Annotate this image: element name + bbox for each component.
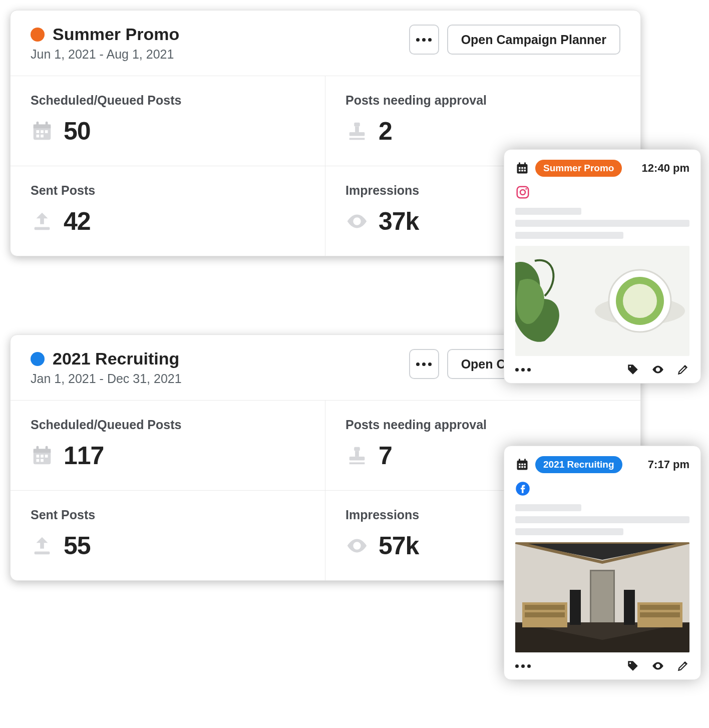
stat-value: 42 xyxy=(64,207,91,236)
eye-icon[interactable] xyxy=(651,659,664,672)
campaign-chip[interactable]: 2021 Recruiting xyxy=(535,456,622,473)
upload-icon xyxy=(31,534,54,557)
svg-rect-9 xyxy=(354,123,360,127)
stamp-icon xyxy=(345,444,369,467)
svg-rect-5 xyxy=(41,130,44,133)
stat-label: Scheduled/Queued Posts xyxy=(31,93,305,108)
facebook-icon xyxy=(515,481,530,496)
svg-rect-36 xyxy=(519,170,521,172)
svg-rect-23 xyxy=(41,459,44,462)
edit-icon[interactable] xyxy=(676,363,689,376)
post-text-placeholder xyxy=(515,504,689,535)
eye-icon[interactable] xyxy=(651,363,664,376)
svg-rect-19 xyxy=(37,455,40,458)
stat-label: Sent Posts xyxy=(31,508,305,522)
campaign-date-range: Jun 1, 2021 - Aug 1, 2021 xyxy=(31,47,179,62)
campaign-chip[interactable]: Summer Promo xyxy=(535,160,622,177)
svg-rect-8 xyxy=(41,135,44,138)
svg-rect-35 xyxy=(524,167,526,169)
svg-point-14 xyxy=(355,219,359,223)
post-time: 12:40 pm xyxy=(642,162,689,175)
svg-point-75 xyxy=(657,665,659,667)
svg-rect-31 xyxy=(519,162,520,165)
stat-label: Sent Posts xyxy=(31,183,305,198)
more-icon xyxy=(416,38,432,42)
svg-rect-25 xyxy=(355,451,359,457)
svg-rect-70 xyxy=(640,605,680,610)
calendar-icon xyxy=(515,458,529,472)
svg-rect-20 xyxy=(41,455,44,458)
svg-rect-54 xyxy=(524,464,526,466)
upload-icon xyxy=(31,210,54,233)
post-preview-card[interactable]: Summer Promo 12:40 pm xyxy=(504,149,701,384)
stat-scheduled: Scheduled/Queued Posts 117 xyxy=(11,401,325,491)
svg-rect-7 xyxy=(37,135,40,138)
tag-icon[interactable] xyxy=(626,659,639,672)
campaign-title: Summer Promo xyxy=(53,25,179,44)
campaign-color-dot xyxy=(31,352,45,366)
campaign-color-dot xyxy=(31,28,45,42)
stat-value: 117 xyxy=(64,441,104,470)
svg-rect-57 xyxy=(524,466,526,468)
svg-rect-33 xyxy=(519,167,521,169)
svg-rect-6 xyxy=(45,130,48,133)
svg-rect-37 xyxy=(521,170,523,172)
post-preview-card[interactable]: 2021 Recruiting 7:17 pm xyxy=(504,446,701,680)
edit-icon[interactable] xyxy=(676,659,689,672)
eye-icon xyxy=(345,210,369,233)
post-image xyxy=(515,246,689,356)
calendar-icon xyxy=(515,161,529,175)
post-text-placeholder xyxy=(515,208,689,239)
svg-rect-68 xyxy=(525,612,565,617)
svg-rect-67 xyxy=(525,605,565,610)
svg-rect-1 xyxy=(34,125,51,129)
svg-point-46 xyxy=(623,284,657,318)
svg-rect-72 xyxy=(570,590,581,625)
svg-rect-34 xyxy=(521,167,523,169)
stat-value: 7 xyxy=(379,441,392,470)
tag-icon[interactable] xyxy=(626,363,639,376)
stamp-icon xyxy=(345,120,369,143)
svg-rect-4 xyxy=(37,130,40,133)
svg-rect-50 xyxy=(519,459,520,462)
svg-rect-13 xyxy=(35,227,50,230)
instagram-icon xyxy=(515,185,530,200)
post-more-button[interactable] xyxy=(515,664,531,668)
svg-point-40 xyxy=(520,190,525,195)
stat-scheduled: Scheduled/Queued Posts 50 xyxy=(11,76,325,166)
more-icon xyxy=(416,362,432,366)
svg-rect-63 xyxy=(591,571,613,623)
svg-rect-73 xyxy=(624,590,635,625)
svg-point-29 xyxy=(355,544,359,548)
svg-rect-21 xyxy=(45,455,48,458)
more-icon xyxy=(515,664,531,668)
more-icon xyxy=(515,368,531,372)
svg-rect-52 xyxy=(519,464,521,466)
svg-rect-10 xyxy=(355,126,359,132)
svg-point-47 xyxy=(629,366,631,368)
svg-rect-3 xyxy=(46,122,48,127)
svg-point-41 xyxy=(525,188,527,190)
svg-rect-18 xyxy=(46,446,48,451)
svg-rect-22 xyxy=(37,459,40,462)
stat-value: 50 xyxy=(64,117,91,146)
svg-rect-30 xyxy=(517,164,528,174)
stat-label: Posts needing approval xyxy=(345,418,620,432)
stat-sent: Sent Posts 55 xyxy=(11,491,325,580)
stat-value: 2 xyxy=(379,117,392,146)
more-button[interactable] xyxy=(409,349,439,379)
post-time: 7:17 pm xyxy=(648,458,689,471)
open-campaign-planner-button[interactable]: Open Campaign Planner xyxy=(447,25,620,55)
svg-rect-71 xyxy=(640,612,680,617)
svg-rect-2 xyxy=(37,122,39,127)
more-button[interactable] xyxy=(409,25,439,55)
calendar-icon xyxy=(31,444,54,467)
svg-rect-11 xyxy=(349,132,365,136)
svg-rect-56 xyxy=(521,466,523,468)
svg-rect-24 xyxy=(354,447,360,451)
stat-sent: Sent Posts 42 xyxy=(11,166,325,256)
stat-value: 37k xyxy=(379,207,419,236)
svg-rect-28 xyxy=(35,552,50,555)
post-more-button[interactable] xyxy=(515,368,531,372)
campaign-date-range: Jan 1, 2021 - Dec 31, 2021 xyxy=(31,372,182,386)
